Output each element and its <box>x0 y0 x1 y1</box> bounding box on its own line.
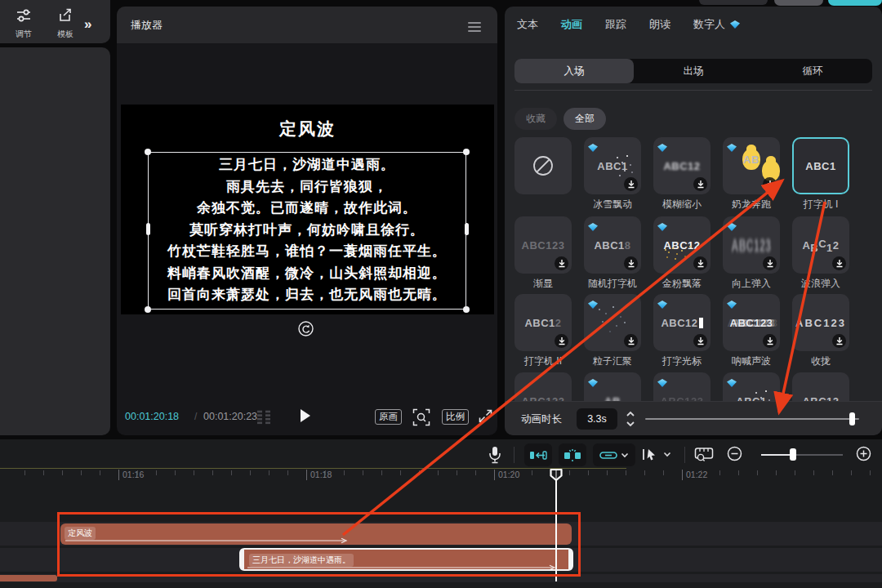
segment-exit[interactable]: 出场 <box>634 59 753 83</box>
animation-tile-dragon-run[interactable]: AB <box>723 137 780 194</box>
animation-tile-none[interactable] <box>514 137 572 194</box>
gold-particles <box>665 249 666 251</box>
tab-tracking[interactable]: 跟踪 <box>605 17 626 32</box>
duration-value-input[interactable]: 3.3s <box>577 408 617 430</box>
player-controls: 00:01:20:18 / 00:01:20:23 原画 <box>117 407 497 430</box>
fit-screen-icon[interactable] <box>412 408 430 426</box>
panel-tabs: 文本动画跟踪朗读数字人 <box>517 7 740 42</box>
segment-entrance[interactable]: 入场 <box>514 59 634 83</box>
download-icon <box>555 256 568 270</box>
expand-panel-button[interactable]: » <box>84 16 89 33</box>
duration-slider[interactable] <box>645 412 862 426</box>
tab-text[interactable]: 文本 <box>517 17 538 32</box>
poem-line: 莫听穿林打叶声，何妨吟啸且徐行。 <box>149 220 466 242</box>
play-icon[interactable] <box>301 409 310 422</box>
handle-bottom-right[interactable] <box>463 306 470 313</box>
ruler-tick <box>607 470 608 475</box>
chevron-down-icon <box>621 452 629 458</box>
stepper-icon[interactable] <box>624 408 637 430</box>
player-header: 播放器 <box>117 7 497 43</box>
animation-tile-random-typewriter[interactable]: ABC18 <box>584 216 641 274</box>
split-clip-button[interactable] <box>559 443 586 466</box>
timeline-ruler[interactable]: 01:1601:1801:2001:22 <box>0 469 882 485</box>
cutoff-dark-button[interactable] <box>699 0 768 5</box>
animation-tile-gold-dust-fall[interactable]: ABC12 <box>653 216 710 274</box>
chip-favorites[interactable]: 收藏 <box>514 108 557 130</box>
poem-line: 三月七日，沙湖道中遇雨。 <box>149 154 466 176</box>
tab-label: 动画 <box>561 17 582 32</box>
sparkle-particles <box>617 157 618 158</box>
animation-tile-particle-gather[interactable] <box>584 294 641 351</box>
animation-tile-fade-in[interactable]: ABC123 <box>514 216 572 274</box>
time-separator: / <box>194 411 197 422</box>
ruler-tick <box>626 470 626 475</box>
diamond-icon <box>727 376 737 390</box>
ruler-tick <box>457 470 457 475</box>
ruler-time-label: 01:18 <box>306 470 332 480</box>
timeline-zoom-slider[interactable] <box>761 453 843 457</box>
text-clip-title[interactable]: 定风波 <box>60 523 572 545</box>
slider-thumb[interactable] <box>849 412 855 425</box>
timeline: 01:1601:1801:2001:22 定风波 三月七日，沙湖道中遇雨。 <box>0 439 882 588</box>
playhead-handle[interactable] <box>549 468 564 482</box>
zoom-out-icon[interactable] <box>727 446 742 461</box>
ruler-tick <box>532 470 532 475</box>
cutoff-gray-button[interactable] <box>774 0 823 6</box>
animation-tile-typewriter-2[interactable]: ABC12 <box>514 294 572 351</box>
tile-label: 打字机 I <box>786 198 856 212</box>
text-clip-partial[interactable] <box>0 575 57 581</box>
handle-top-left[interactable] <box>145 149 151 155</box>
current-time: 00:01:20:18 <box>125 411 179 422</box>
select-tool-button[interactable] <box>642 448 671 461</box>
poem-line: 雨具先去，同行皆狼狈， <box>149 176 466 198</box>
handle-top-right[interactable] <box>463 149 470 155</box>
text-clip-selected[interactable]: 三月七日，沙湖道中遇雨。 <box>239 548 573 571</box>
tab-digital-human[interactable]: 数字人 <box>693 17 740 32</box>
close-gap-button[interactable] <box>524 443 552 466</box>
animation-tile-snow-float[interactable]: ABC1 <box>584 137 641 194</box>
ruler-tick <box>701 470 702 475</box>
original-quality-button[interactable]: 原画 <box>375 409 402 425</box>
animation-tile-bounce-up[interactable]: ABC123 <box>723 216 780 274</box>
preview-axis-button[interactable] <box>694 447 714 466</box>
tab-read-aloud[interactable]: 朗读 <box>649 17 670 32</box>
slider-thumb[interactable] <box>790 448 796 461</box>
thumbnail-text: ABC123 <box>731 234 771 256</box>
diamond-icon <box>588 297 598 312</box>
ratio-button[interactable]: 比例 <box>442 409 469 425</box>
animation-tile-blur-shrink[interactable]: ABC12 <box>653 137 710 194</box>
thumbnail-text: ABC1 <box>805 160 835 172</box>
animation-tile-typing-cursor[interactable]: ABC12 <box>653 294 710 351</box>
thumbnail-text: ABC123 <box>522 239 565 252</box>
tab-animation[interactable]: 动画 <box>561 17 582 32</box>
filter-chips: 收藏全部 <box>514 108 606 130</box>
mic-icon[interactable] <box>488 446 502 464</box>
ruler-tick <box>851 470 852 475</box>
slider-track-filled <box>761 454 794 456</box>
template-tool-button[interactable]: 模板 <box>47 8 83 40</box>
playhead-line[interactable] <box>555 470 557 581</box>
animation-tile-shout-wave[interactable]: ABC123 <box>723 294 780 351</box>
animation-tile-typewriter-1[interactable]: ABC1 <box>792 137 849 194</box>
handle-mid-right[interactable] <box>465 223 469 235</box>
text-selection-box[interactable]: 三月七日，沙湖道中遇雨。雨具先去，同行皆狼狈，余独不觉。已而遂晴，故作此词。莫听… <box>148 152 466 310</box>
animation-tile-fold-in[interactable]: ABC123 <box>792 294 849 351</box>
animation-tile-wave-bounce-in[interactable]: ABC12 <box>792 216 849 274</box>
fullscreen-icon[interactable] <box>479 409 492 423</box>
tile-label: 渐显 <box>508 277 578 291</box>
adjust-tool-button[interactable]: 调节 <box>6 8 42 40</box>
cutoff-export-button[interactable] <box>828 0 882 6</box>
menu-icon[interactable] <box>468 22 481 34</box>
handle-mid-left[interactable] <box>146 223 150 235</box>
rotate-icon[interactable] <box>298 321 314 336</box>
zoom-in-icon[interactable] <box>856 446 871 461</box>
link-clips-button[interactable] <box>593 443 635 466</box>
ruler-tick <box>438 470 439 475</box>
segment-loop[interactable]: 循环 <box>753 59 872 83</box>
close-gap-icon <box>529 449 547 461</box>
divider <box>514 447 514 463</box>
diamond-icon <box>727 144 737 152</box>
handle-bottom-left[interactable] <box>145 306 151 313</box>
chip-all[interactable]: 全部 <box>564 108 606 130</box>
frame-step-icon[interactable] <box>253 410 274 425</box>
